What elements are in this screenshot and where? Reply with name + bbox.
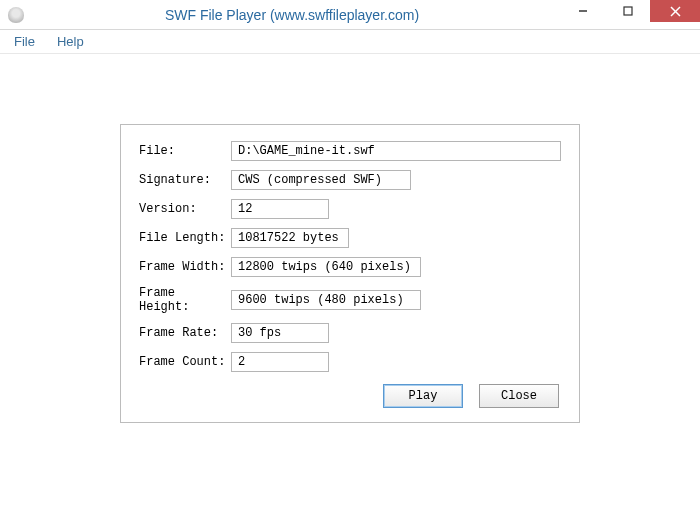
button-row: Play Close: [139, 384, 561, 408]
field-version[interactable]: 12: [231, 199, 329, 219]
label-frame-height: Frame Height:: [139, 286, 231, 314]
app-icon: [8, 7, 24, 23]
client-area: File: D:\GAME_mine-it.swf Signature: CWS…: [0, 54, 700, 423]
play-button[interactable]: Play: [383, 384, 463, 408]
row-file-length: File Length: 10817522 bytes: [139, 228, 561, 248]
row-frame-height: Frame Height: 9600 twips (480 pixels): [139, 286, 561, 314]
label-frame-rate: Frame Rate:: [139, 326, 231, 340]
label-version: Version:: [139, 202, 231, 216]
label-file-length: File Length:: [139, 231, 231, 245]
row-frame-count: Frame Count: 2: [139, 352, 561, 372]
field-frame-count[interactable]: 2: [231, 352, 329, 372]
label-file: File:: [139, 144, 231, 158]
titlebar: SWF File Player (www.swffileplayer.com): [0, 0, 700, 30]
field-frame-rate[interactable]: 30 fps: [231, 323, 329, 343]
minimize-button[interactable]: [560, 0, 605, 22]
field-frame-height[interactable]: 9600 twips (480 pixels): [231, 290, 421, 310]
field-frame-width[interactable]: 12800 twips (640 pixels): [231, 257, 421, 277]
close-window-button[interactable]: [650, 0, 700, 22]
window-title: SWF File Player (www.swffileplayer.com): [24, 7, 560, 23]
field-file[interactable]: D:\GAME_mine-it.swf: [231, 141, 561, 161]
window-controls: [560, 0, 700, 29]
menu-help[interactable]: Help: [49, 32, 92, 51]
label-signature: Signature:: [139, 173, 231, 187]
row-file: File: D:\GAME_mine-it.swf: [139, 141, 561, 161]
field-file-length[interactable]: 10817522 bytes: [231, 228, 349, 248]
menubar: File Help: [0, 30, 700, 54]
label-frame-width: Frame Width:: [139, 260, 231, 274]
close-button[interactable]: Close: [479, 384, 559, 408]
row-frame-width: Frame Width: 12800 twips (640 pixels): [139, 257, 561, 277]
info-panel: File: D:\GAME_mine-it.swf Signature: CWS…: [120, 124, 580, 423]
row-signature: Signature: CWS (compressed SWF): [139, 170, 561, 190]
svg-rect-1: [624, 7, 632, 15]
maximize-button[interactable]: [605, 0, 650, 22]
menu-file[interactable]: File: [6, 32, 43, 51]
row-frame-rate: Frame Rate: 30 fps: [139, 323, 561, 343]
row-version: Version: 12: [139, 199, 561, 219]
label-frame-count: Frame Count:: [139, 355, 231, 369]
field-signature[interactable]: CWS (compressed SWF): [231, 170, 411, 190]
